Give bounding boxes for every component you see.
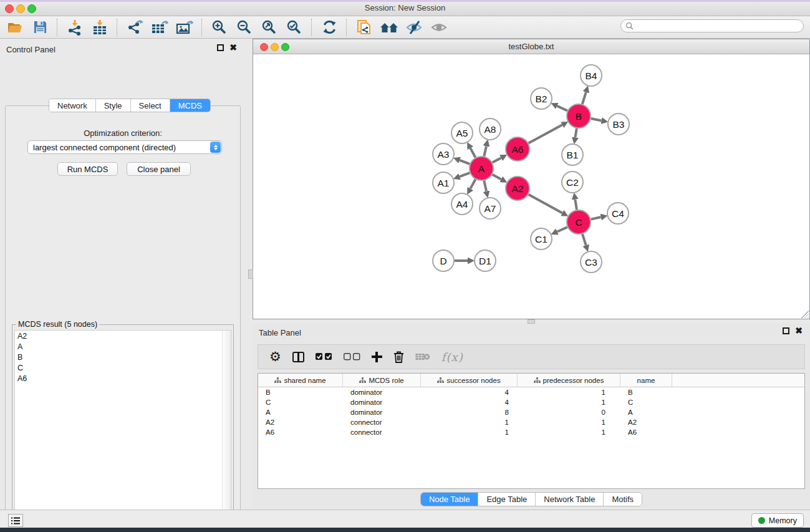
node-A2[interactable]: A2 [506,177,529,200]
cell-shared-name[interactable]: C [258,399,343,406]
node-A7[interactable]: A7 [480,198,501,219]
edge-A-A4[interactable] [470,180,475,189]
node-A3[interactable]: A3 [433,143,454,165]
edge-B-B1[interactable] [575,128,576,138]
node-B2[interactable]: B2 [531,88,552,109]
node-A1[interactable]: A1 [433,172,454,193]
unchecked-boxes-icon[interactable] [344,353,360,360]
node-C[interactable]: C [567,210,591,234]
horizontal-splitter-handle[interactable] [528,319,535,324]
save-session-icon[interactable] [29,17,51,37]
edge-B-B2[interactable] [557,106,567,111]
edge-C-C2[interactable] [575,200,577,210]
network-view-titlebar[interactable]: testGlobe.txt [253,39,809,54]
cell-mcds-role[interactable]: connector [343,428,421,436]
search-box[interactable] [620,19,804,32]
edge-C-C4[interactable] [591,217,601,220]
mcds-result-scrollbar[interactable] [222,331,231,532]
tab-network-table[interactable]: Network Table [536,493,604,506]
column-header-successor-nodes[interactable]: successor nodes [421,374,518,387]
checked-boxes-icon[interactable] [316,353,332,360]
edge-A-A3[interactable] [460,160,470,164]
node-A[interactable]: A [470,157,493,180]
cell-successor-nodes[interactable]: 4 [421,399,518,406]
cell-shared-name[interactable]: A6 [258,428,343,436]
cell-shared-name[interactable]: A [258,409,343,416]
edge-A-A1[interactable] [460,173,470,177]
table-row[interactable]: Adominator80A [258,407,804,417]
node-A8[interactable]: A8 [480,118,501,140]
import-network-icon[interactable] [64,17,86,37]
tab-select[interactable]: Select [131,99,170,112]
node-C3[interactable]: C3 [581,251,602,273]
cell-predecessor-nodes[interactable]: 1 [518,428,620,436]
mcds-result-item[interactable]: C [15,362,231,373]
edge-A6-B[interactable] [529,125,562,143]
edge-B-B3[interactable] [591,118,602,120]
cell-predecessor-nodes[interactable]: 1 [518,389,620,396]
gear-icon[interactable]: ⚙ [269,351,281,363]
edge-A-A7[interactable] [484,181,486,191]
zoom-fit-icon[interactable] [258,17,281,37]
cell-mcds-role[interactable]: dominator [343,409,421,416]
node-D[interactable]: D [433,250,454,271]
add-column-icon[interactable] [372,352,382,362]
network-canvas[interactable]: B4B2BB3A5A8A6A3B1AA1C2A2A4A7CC4C1DD1C3 [253,54,809,319]
import-table-icon[interactable] [89,17,111,37]
frame-resize-grip[interactable] [801,311,809,318]
column-header-predecessor-nodes[interactable]: predecessor nodes [518,374,620,387]
delete-table-icon[interactable] [415,352,430,361]
hide-selection-icon[interactable] [403,17,425,37]
edge-C-C3[interactable] [582,234,586,245]
table-row[interactable]: A6connector11A6 [258,427,804,437]
vertical-splitter-handle[interactable] [248,269,253,279]
cell-name[interactable]: A [620,409,672,416]
table-row[interactable]: Cdominator41C [258,397,804,407]
cell-shared-name[interactable]: B [258,389,343,396]
tab-network[interactable]: Network [49,99,96,112]
tab-mcds[interactable]: MCDS [170,99,210,112]
table-row[interactable]: A2connector11A2 [258,417,804,427]
refresh-layout-icon[interactable] [318,17,340,37]
optimization-criterion-select[interactable]: largest connected component (directed) [27,140,222,154]
zoom-out-icon[interactable] [233,17,256,37]
node-B4[interactable]: B4 [581,65,602,86]
cell-name[interactable]: A2 [620,418,672,426]
node-A5[interactable]: A5 [451,122,473,143]
tab-motifs[interactable]: Motifs [604,493,642,506]
tab-node-table[interactable]: Node Table [421,493,479,506]
open-file-icon[interactable] [4,17,26,37]
cell-name[interactable]: B [620,389,672,396]
node-C1[interactable]: C1 [531,228,552,249]
edge-A-A2[interactable] [493,175,501,180]
edge-A-A8[interactable] [484,146,486,156]
node-A6[interactable]: A6 [506,137,529,161]
edge-B-B4[interactable] [582,92,586,104]
task-history-button[interactable] [8,514,23,527]
delete-column-icon[interactable] [393,351,404,363]
close-panel-icon[interactable]: ✖ [229,44,237,51]
zoom-selected-icon[interactable] [283,17,306,37]
column-header-name[interactable]: name [620,374,672,387]
node-B3[interactable]: B3 [608,114,629,135]
node-table[interactable]: shared nameMCDS rolesuccessor nodesprede… [258,373,805,489]
function-builder-icon[interactable]: f(x) [441,351,463,364]
cell-mcds-role[interactable]: connector [343,418,421,426]
node-C2[interactable]: C2 [562,172,583,193]
cell-successor-nodes[interactable]: 1 [421,428,518,436]
run-mcds-button[interactable]: Run MCDS [57,162,118,176]
cell-successor-nodes[interactable]: 1 [421,418,518,426]
column-header-shared-name[interactable]: shared name [258,374,343,387]
close-panel-icon[interactable]: ✖ [795,327,803,334]
export-network-icon[interactable] [123,17,146,37]
cell-predecessor-nodes[interactable]: 1 [518,399,620,406]
cell-mcds-role[interactable]: dominator [343,389,421,396]
mcds-result-item[interactable]: B [15,352,231,362]
close-panel-button[interactable]: Close panel [127,162,191,176]
export-table-icon[interactable] [148,17,171,37]
node-B[interactable]: B [567,104,591,128]
tab-edge-table[interactable]: Edge Table [478,493,536,506]
mcds-result-item[interactable]: A [15,341,231,352]
edge-A-A6[interactable] [493,158,501,162]
cell-shared-name[interactable]: A2 [258,418,343,426]
